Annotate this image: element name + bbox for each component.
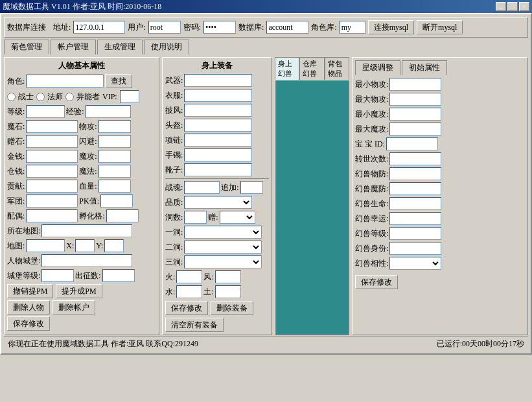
y-input[interactable] [104,239,124,252]
max-mag-input[interactable] [389,123,441,136]
role-input[interactable] [340,21,365,34]
cancel-pm-button[interactable]: 撤销提PM [7,284,53,298]
status-bar: 你现在正在使用魔域数据工具 作者:亚风 联系QQ:291249 已运行:00天0… [4,337,528,351]
mage-radio[interactable] [36,93,45,101]
role-input[interactable] [26,75,104,88]
minimize-button[interactable]: _ [496,2,506,11]
special-radio[interactable] [65,93,74,101]
map-input[interactable] [26,239,65,252]
water-label: 水: [165,287,175,298]
gem-input[interactable] [26,135,78,148]
pk-input[interactable] [100,195,133,207]
main-window: 数据库连接 地址: 用户: 密码: 数据库: 角色库: 连接mysql 断开my… [0,13,532,355]
clear-equip-button[interactable]: 清空所有装备 [165,318,224,332]
contrib-input[interactable] [26,180,78,193]
warehouse-input[interactable] [26,165,78,178]
pass-input[interactable] [203,21,236,34]
vip-input[interactable] [120,90,139,103]
exped-input[interactable] [102,269,135,282]
magic-stone-input[interactable] [26,120,78,133]
army-input[interactable] [26,195,78,207]
tab-account-manage[interactable]: 帐户管理 [51,40,96,54]
magic-def-input[interactable] [98,165,131,178]
maximize-button[interactable]: □ [507,2,518,11]
mount-input[interactable] [26,209,78,222]
pet-id-input[interactable] [386,137,438,150]
delete-equip-button[interactable]: 删除装备 [211,301,253,315]
hole3-select[interactable] [184,255,262,268]
pet-body-input[interactable] [389,242,441,255]
user-input[interactable] [148,21,181,34]
min-atk-input[interactable] [389,78,441,91]
helmet-label: 头盔: [165,120,183,131]
city-input[interactable] [41,254,132,267]
tab-init-attr[interactable]: 初始属性 [402,60,447,75]
earth-input[interactable] [215,285,241,298]
hp-input[interactable] [98,180,131,193]
pet-hp-input[interactable] [389,197,441,210]
pet-tab-bag[interactable]: 背包物品 [325,57,349,80]
pet-tab-warehouse[interactable]: 仓库幻兽 [299,57,324,80]
pet-aff-select[interactable] [389,257,441,270]
quality-select[interactable] [184,196,252,209]
cape-input[interactable] [184,104,252,117]
holes-input[interactable] [184,211,207,224]
disconnect-button[interactable]: 断开mysql [417,20,463,34]
fire-label: 火: [165,272,175,283]
hatch-input[interactable] [106,209,139,222]
hole2-select[interactable] [184,241,262,254]
min-mag-input[interactable] [389,108,441,121]
gem-row: 赠石: 闪避: [7,135,156,148]
weapon-input[interactable] [184,74,252,87]
delete-role-button[interactable]: 删除人物 [7,300,50,314]
db-input[interactable] [266,21,308,34]
bracelet-input[interactable] [184,148,252,161]
delete-acc-button[interactable]: 删除帐户 [52,300,95,314]
tab-star-adjust[interactable]: 星级调整 [355,60,400,75]
warehouse-label: 仓钱: [7,166,25,177]
upgrade-pm-button[interactable]: 提升成PM [56,284,102,298]
rebirth-input[interactable] [389,152,441,165]
exp-input[interactable] [86,105,131,118]
necklace-row: 项链: [165,134,269,147]
search-button[interactable]: 查找 [105,74,132,88]
connect-button[interactable]: 连接mysql [368,20,414,34]
water-input[interactable] [176,285,202,298]
pet-tab-body[interactable]: 身上幻兽 [275,57,299,80]
pet-level-input[interactable] [389,227,441,240]
hole1-select[interactable] [184,226,262,239]
save-equip-button[interactable]: 保存修改 [165,301,208,315]
citylevel-input[interactable] [41,269,74,282]
max-atk-input[interactable] [389,93,441,106]
necklace-input[interactable] [184,134,252,147]
add-input[interactable] [240,181,263,194]
shoes-input[interactable] [184,163,252,176]
tab-generate-manage[interactable]: 生成管理 [97,40,143,54]
tab-menu-manage[interactable]: 菊色管理 [4,40,49,54]
pet-magdef-input[interactable] [389,182,441,195]
addr-input[interactable] [73,21,125,34]
class-row: 战士 法师 异能者 VIP: [7,90,156,103]
wind-input[interactable] [215,270,241,283]
save-left-button[interactable]: 保存修改 [7,316,50,331]
pet-physdef-input[interactable] [389,167,441,180]
close-button[interactable]: × [519,2,529,11]
cloth-input[interactable] [184,89,252,102]
flash-input[interactable] [98,135,131,148]
helmet-input[interactable] [184,119,252,132]
save-right-button[interactable]: 保存修改 [355,275,398,289]
gold-input[interactable] [26,150,78,163]
warrior-radio[interactable] [7,93,16,101]
level-input[interactable] [26,105,65,118]
maploc-input[interactable] [41,224,132,237]
pet-physdef-label: 幻兽物防: [355,169,388,180]
weapon-row: 武器: [165,74,269,87]
x-input[interactable] [75,239,95,252]
fire-input[interactable] [176,270,202,283]
tab-usage-guide[interactable]: 使用说明 [144,40,189,54]
gift-select[interactable] [220,211,255,224]
soul-input[interactable] [184,181,220,194]
magic-atk-input[interactable] [98,150,131,163]
phys-atk-input[interactable] [98,120,131,133]
pet-luck-input[interactable] [389,212,441,225]
